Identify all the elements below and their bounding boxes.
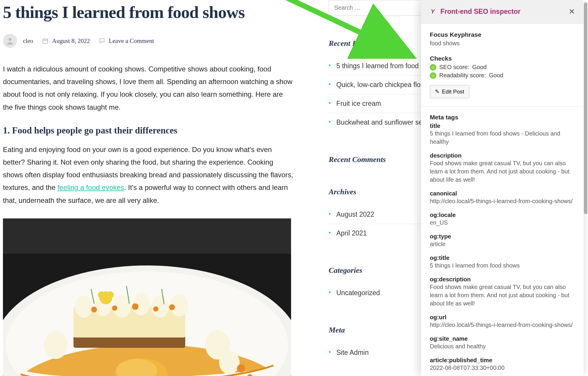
svg-point-15 [151,295,169,318]
focus-keyphrase-label: Focus Keyphrase [430,31,574,38]
smiley-icon: ☺ [430,72,436,79]
meta-tag-row: og:localeen_US [430,212,574,227]
svg-point-18 [112,305,117,311]
svg-point-27 [107,291,114,298]
meta-tag-row: descriptionFood shows make great casual … [430,152,574,184]
meta-key: og:title [430,255,574,261]
svg-point-21 [169,304,175,310]
meta-tag-row: og:descriptionFood shows make great casu… [430,276,574,308]
intro-paragraph: I watch a ridiculous amount of cooking s… [3,63,294,113]
meta-key: description [430,152,574,159]
scrollbar-thumb[interactable] [584,2,587,214]
meta-tag-row: og:typearticle [430,233,574,248]
svg-rect-1 [43,39,48,44]
meta-tag-row: canonicalhttp://cleo.local/5-things-i-le… [430,190,574,205]
author: cleo [3,34,33,48]
meta-tags-label: Meta tags [430,114,574,121]
seo-score-label: SEO score: [439,64,469,71]
meta-key: title [430,123,574,129]
meta-key: og:site_name [430,335,574,342]
svg-point-11 [75,295,93,318]
meta-key: og:locale [430,212,574,218]
svg-rect-9 [74,336,185,348]
svg-point-34 [237,364,245,372]
meta-value: Delicious and healthy [430,342,574,350]
meta-value: article [430,240,574,248]
meta-key: og:description [430,276,574,283]
meta-tag-row: og:title5 things I learned from food sho… [430,255,574,270]
close-button[interactable]: ✕ [569,7,575,16]
focus-keyphrase-section: Focus Keyphrase food shows [430,31,574,47]
seo-panel-body: Focus Keyphrase food shows Checks ☺ SEO … [421,24,583,376]
meta-value: en_US [430,218,574,227]
feeling-link[interactable]: feeling a food evokes [57,183,124,191]
post-meta: cleo August 8, 2022 Leave a Comment [3,34,294,48]
seo-panel-header: Y Front-end SEO inspector ✕ [421,0,583,24]
checks-section: Checks ☺ SEO score: Good ☺ Readability s… [430,55,574,98]
svg-point-30 [219,351,240,374]
svg-point-20 [153,306,158,312]
meta-key: og:url [430,314,574,321]
edit-post-button[interactable]: ✎ Edit Post [430,85,469,98]
pencil-icon: ✎ [435,88,440,95]
edit-post-label: Edit Post [442,88,464,95]
meta-key: og:type [430,233,574,240]
yoast-icon: Y [429,8,436,15]
meta-tags-section: Meta tags title5 things I learned from f… [430,114,574,372]
readability-value: Good [489,72,503,79]
svg-point-0 [9,38,11,41]
seo-inspector-panel: Y Front-end SEO inspector ✕ Focus Keyphr… [421,0,583,376]
meta-value: 5 things I learned from food shows - Del… [430,129,574,146]
meta-tag-row: og:site_nameDelicious and healthy [430,335,574,350]
comment-icon [98,37,106,45]
smiley-icon: ☺ [430,64,436,71]
calendar-icon [41,37,49,45]
svg-point-19 [132,303,138,310]
seo-score-value: Good [472,64,487,71]
svg-point-26 [98,291,105,298]
meta-key: article:published_time [430,357,574,364]
article-main: 5 things I learned from food shows cleo … [3,0,294,376]
meta-value: 2022-08-08T07:33:30+00:00 [430,364,574,372]
meta-tag-row: article:published_time2022-08-08T07:33:3… [430,357,574,372]
meta-value: Food shows make great casual TV, but you… [430,283,574,308]
meta-value: 5 things I learned from food shows [430,261,574,270]
readability-label: Readability score: [439,72,486,79]
author-link[interactable]: cleo [23,37,33,45]
leave-comment-link[interactable]: Leave a Comment [109,37,154,45]
seo-score-row: ☺ SEO score: Good [430,64,574,71]
svg-rect-6 [3,218,291,254]
readability-row: ☺ Readability score: Good [430,72,574,79]
featured-image [3,218,291,376]
meta-tag-row: og:urlhttp://cleo.local/5-things-i-learn… [430,314,574,329]
svg-point-28 [44,331,68,359]
paragraph-2: Eating and enjoying food on your own is … [3,143,294,207]
meta-tag-row: title5 things I learned from food shows … [430,123,574,146]
comment-link-wrap: Leave a Comment [98,37,154,45]
section-heading-1: 1. Food helps people go past their diffe… [3,125,294,136]
meta-key: canonical [430,190,574,197]
meta-value: http://cleo.local/5-things-i-learned-fro… [430,321,574,329]
page-title: 5 things I learned from food shows [3,2,294,22]
checks-label: Checks [430,55,574,62]
meta-value: http://cleo.local/5-things-i-learned-fro… [430,197,574,205]
post-date: August 8, 2022 [41,37,90,45]
focus-keyphrase-value: food shows [430,40,574,47]
meta-value: Food shows make great casual TV, but you… [430,159,574,184]
post-date-text: August 8, 2022 [52,37,90,45]
seo-panel-title: Front-end SEO inspector [440,8,564,16]
avatar-icon [3,34,17,48]
svg-point-17 [91,307,97,313]
divider [421,106,583,107]
